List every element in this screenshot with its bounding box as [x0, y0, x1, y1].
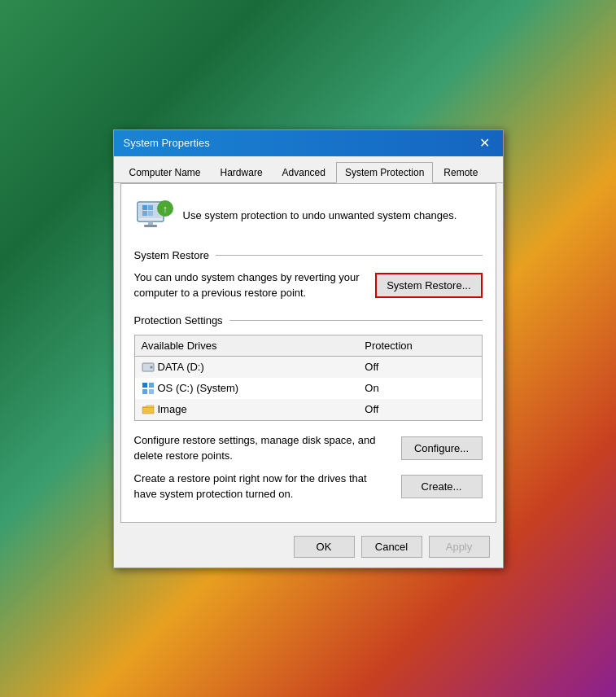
tab-system-protection[interactable]: System Protection — [336, 162, 433, 183]
drive-icon — [142, 361, 155, 374]
create-button[interactable]: Create... — [401, 475, 483, 498]
system-restore-button[interactable]: System Restore... — [375, 273, 482, 298]
system-restore-label: System Restore — [134, 249, 209, 261]
svg-rect-4 — [142, 205, 147, 210]
configure-text: Configure restore settings, manage disk … — [134, 432, 388, 464]
table-row[interactable]: OS (C:) (System) On — [134, 378, 482, 399]
protection-status: On — [358, 378, 482, 399]
ok-button[interactable]: OK — [294, 536, 355, 558]
system-restore-row: You can undo system changes by reverting… — [134, 270, 483, 301]
svg-rect-15 — [142, 389, 147, 394]
footer: OK Cancel Apply — [114, 529, 503, 568]
protection-settings-label: Protection Settings — [134, 314, 223, 327]
table-row[interactable]: Image Off — [134, 399, 482, 421]
svg-point-12 — [151, 366, 152, 368]
system-properties-dialog: System Properties ✕ Computer Name Hardwa… — [113, 129, 504, 568]
divider2 — [229, 320, 483, 321]
create-text: Create a restore point right now for the… — [134, 471, 388, 502]
divider — [216, 255, 483, 256]
dialog-title: System Properties — [124, 137, 210, 149]
header-text: Use system protection to undo unwanted s… — [183, 208, 457, 223]
tab-advanced[interactable]: Advanced — [273, 162, 334, 183]
configure-row: Configure restore settings, manage disk … — [134, 432, 483, 464]
svg-rect-5 — [148, 205, 153, 210]
header-row: ↑ Use system protection to undo unwanted… — [134, 197, 483, 236]
svg-rect-3 — [144, 225, 157, 227]
close-button[interactable]: ✕ — [477, 135, 493, 151]
protection-settings-section-header: Protection Settings — [134, 314, 483, 327]
tab-computer-name[interactable]: Computer Name — [120, 162, 210, 183]
system-restore-description: You can undo system changes by reverting… — [134, 270, 363, 301]
svg-rect-7 — [148, 211, 153, 216]
col-protection: Protection — [358, 335, 482, 356]
tab-remote[interactable]: Remote — [435, 162, 487, 183]
svg-rect-13 — [142, 383, 147, 388]
svg-text:↑: ↑ — [162, 203, 168, 215]
svg-rect-6 — [142, 211, 147, 216]
drive-name: OS (C:) (System) — [158, 382, 239, 394]
protection-table: Available Drives Protection — [134, 335, 483, 421]
title-bar: System Properties ✕ — [114, 130, 503, 156]
tab-bar: Computer Name Hardware Advanced System P… — [114, 156, 503, 183]
system-icon: ↑ — [134, 197, 173, 236]
drive-cell: DATA (D:) — [134, 356, 358, 378]
drive-cell: Image — [134, 399, 358, 421]
protection-status: Off — [358, 356, 482, 378]
svg-rect-14 — [149, 383, 154, 388]
configure-button[interactable]: Configure... — [401, 436, 483, 460]
table-row[interactable]: DATA (D:) Off — [134, 356, 482, 378]
drive-name: DATA (D:) — [158, 361, 204, 373]
create-row: Create a restore point right now for the… — [134, 471, 483, 502]
apply-button[interactable]: Apply — [429, 536, 490, 558]
windows-drive-icon — [142, 382, 155, 395]
protection-status: Off — [358, 399, 482, 421]
main-content: ↑ Use system protection to undo unwanted… — [120, 183, 496, 523]
folder-icon — [142, 403, 155, 416]
drive-cell: OS (C:) (System) — [134, 378, 358, 399]
system-restore-section-header: System Restore — [134, 249, 483, 261]
drive-name: Image — [158, 403, 187, 415]
svg-rect-16 — [149, 389, 154, 394]
tab-hardware[interactable]: Hardware — [212, 162, 272, 183]
col-drives: Available Drives — [134, 335, 358, 356]
cancel-button[interactable]: Cancel — [361, 536, 422, 558]
